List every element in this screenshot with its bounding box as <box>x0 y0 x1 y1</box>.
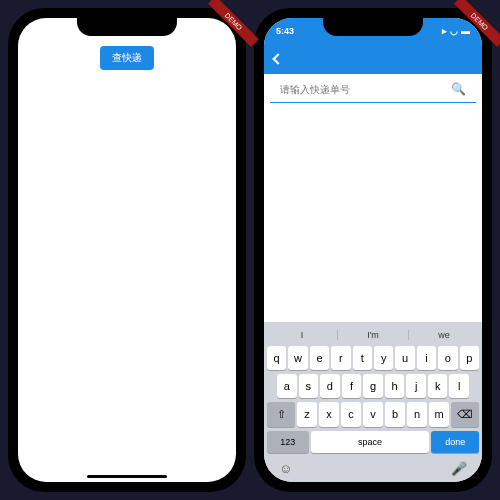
key-x[interactable]: x <box>319 402 339 427</box>
key-p[interactable]: p <box>460 346 479 370</box>
query-express-button[interactable]: 查快递 <box>100 46 154 70</box>
key-e[interactable]: e <box>310 346 329 370</box>
screen-right: 5:43 ▸ ◡ ▬ 🔍 I I'm we qwertyuiop asdfghj… <box>264 18 482 482</box>
suggestion[interactable]: I'm <box>338 330 409 340</box>
key-l[interactable]: l <box>449 374 469 398</box>
status-time: 5:43 <box>276 26 294 36</box>
key-i[interactable]: i <box>417 346 436 370</box>
shift-key[interactable]: ⇧ <box>267 402 295 427</box>
key-row-4: 123 space done <box>267 431 479 453</box>
key-row-3: ⇧ zxcvbnm ⌫ <box>267 402 479 427</box>
wifi-icon: ◡ <box>450 26 458 36</box>
key-o[interactable]: o <box>438 346 457 370</box>
phone-right: DEMO 5:43 ▸ ◡ ▬ 🔍 I I'm we qwertyuiop as… <box>254 8 492 492</box>
suggestion-bar: I I'm we <box>267 326 479 346</box>
space-key[interactable]: space <box>311 431 430 453</box>
key-n[interactable]: n <box>407 402 427 427</box>
battery-icon: ▬ <box>461 26 470 36</box>
key-m[interactable]: m <box>429 402 449 427</box>
key-w[interactable]: w <box>288 346 307 370</box>
key-c[interactable]: c <box>341 402 361 427</box>
delete-key[interactable]: ⌫ <box>451 402 479 427</box>
notch <box>323 18 423 36</box>
mic-icon[interactable]: 🎤 <box>451 461 467 476</box>
key-row-2: asdfghjkl <box>267 374 479 398</box>
key-d[interactable]: d <box>320 374 340 398</box>
suggestion[interactable]: I <box>267 330 338 340</box>
key-r[interactable]: r <box>331 346 350 370</box>
key-h[interactable]: h <box>385 374 405 398</box>
key-j[interactable]: j <box>406 374 426 398</box>
done-key[interactable]: done <box>431 431 479 453</box>
screen-left: 查快递 <box>18 18 236 482</box>
key-s[interactable]: s <box>299 374 319 398</box>
home-indicator[interactable] <box>87 475 167 478</box>
key-k[interactable]: k <box>428 374 448 398</box>
key-z[interactable]: z <box>297 402 317 427</box>
key-t[interactable]: t <box>353 346 372 370</box>
nav-bar <box>264 44 482 74</box>
keyboard-bottom: ☺ 🎤 <box>267 457 479 476</box>
search-icon[interactable]: 🔍 <box>451 82 466 96</box>
search-input[interactable] <box>280 84 451 95</box>
key-b[interactable]: b <box>385 402 405 427</box>
key-g[interactable]: g <box>363 374 383 398</box>
back-icon[interactable] <box>272 53 283 64</box>
key-f[interactable]: f <box>342 374 362 398</box>
suggestion[interactable]: we <box>409 330 479 340</box>
key-row-1: qwertyuiop <box>267 346 479 370</box>
notch <box>77 18 177 36</box>
key-a[interactable]: a <box>277 374 297 398</box>
keyboard: I I'm we qwertyuiop asdfghjkl ⇧ zxcvbnm … <box>264 322 482 482</box>
numbers-key[interactable]: 123 <box>267 431 309 453</box>
key-v[interactable]: v <box>363 402 383 427</box>
phone-left: DEMO 查快递 <box>8 8 246 492</box>
signal-icon: ▸ <box>442 26 447 36</box>
key-y[interactable]: y <box>374 346 393 370</box>
key-q[interactable]: q <box>267 346 286 370</box>
emoji-icon[interactable]: ☺ <box>279 461 292 476</box>
search-row: 🔍 <box>270 76 476 103</box>
key-u[interactable]: u <box>395 346 414 370</box>
